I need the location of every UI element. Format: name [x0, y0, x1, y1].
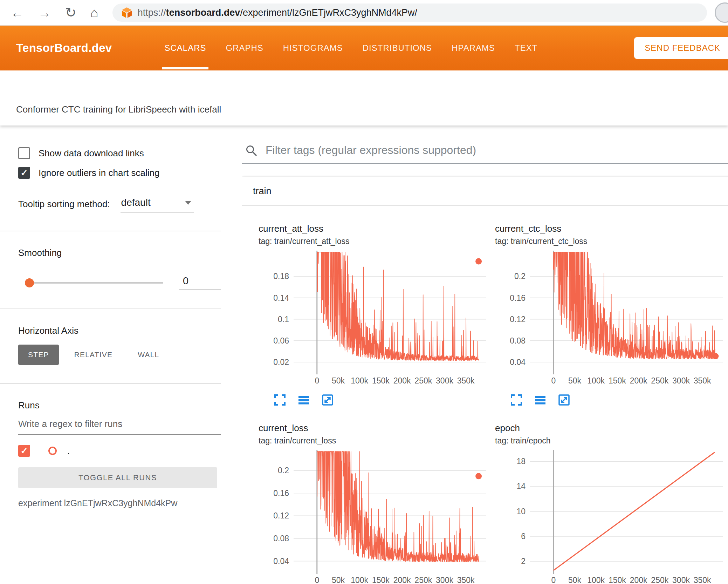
- divider: [0, 383, 221, 384]
- divider: [0, 308, 221, 309]
- svg-text:2: 2: [521, 557, 526, 566]
- svg-text:0: 0: [315, 576, 319, 584]
- svg-text:0.12: 0.12: [510, 315, 526, 324]
- svg-text:0.04: 0.04: [510, 358, 526, 367]
- tab-text[interactable]: TEXT: [515, 26, 537, 70]
- tooltip-sorting-label: Tooltip sorting method:: [18, 199, 110, 212]
- address-bar[interactable]: https://tensorboard.dev/experiment/lzGnE…: [112, 4, 707, 22]
- svg-text:18: 18: [516, 457, 526, 466]
- svg-text:0.1: 0.1: [278, 315, 289, 324]
- run-row: ✓ .: [18, 445, 221, 457]
- runs-list-icon[interactable]: [297, 393, 310, 407]
- svg-text:0.08: 0.08: [273, 534, 289, 543]
- svg-text:150k: 150k: [609, 576, 626, 584]
- toggle-all-runs-button[interactable]: TOGGLE ALL RUNS: [18, 467, 217, 488]
- svg-text:0.04: 0.04: [273, 557, 289, 566]
- ignore-outliers-checkbox[interactable]: ✓ Ignore outliers in chart scaling: [18, 167, 221, 179]
- chart-plot[interactable]: 0.020.060.10.140.18050k100k150k200k250k3…: [260, 249, 488, 386]
- svg-text:150k: 150k: [372, 576, 390, 584]
- svg-text:200k: 200k: [393, 376, 411, 385]
- tab-hparams[interactable]: HPARAMS: [452, 26, 495, 70]
- svg-text:50k: 50k: [332, 576, 345, 584]
- tab-graphs[interactable]: GRAPHS: [226, 26, 263, 70]
- runs-label: Runs: [18, 400, 221, 411]
- svg-text:100k: 100k: [351, 376, 368, 385]
- browser-window: ← → ↻ ⌂ https://tensorboard.dev/experime…: [0, 0, 728, 584]
- chart-actions: [273, 393, 488, 407]
- fit-domain-icon[interactable]: [321, 393, 334, 407]
- filter-tags-input[interactable]: [266, 144, 728, 157]
- url-text: https://tensorboard.dev/experiment/lzGnE…: [138, 7, 417, 18]
- reload-icon[interactable]: ↻: [65, 6, 76, 19]
- svg-text:100k: 100k: [587, 376, 605, 385]
- tab-distributions[interactable]: DISTRIBUTIONS: [363, 26, 432, 70]
- slider-thumb[interactable]: [25, 278, 34, 287]
- chart-current-ctc-loss: current_ctc_loss tag: train/current_ctc_…: [488, 218, 724, 407]
- svg-text:0.2: 0.2: [514, 272, 526, 281]
- svg-text:0.02: 0.02: [273, 358, 289, 367]
- svg-text:0: 0: [551, 376, 556, 385]
- svg-text:0: 0: [315, 376, 319, 385]
- home-icon[interactable]: ⌂: [90, 6, 98, 19]
- axis-step-button[interactable]: STEP: [18, 345, 59, 365]
- svg-text:6: 6: [521, 532, 526, 541]
- chart-epoch: epoch tag: train/epoch 26101418050k100k1…: [488, 417, 724, 584]
- svg-text:250k: 250k: [414, 376, 432, 385]
- tensorboard-favicon: [122, 7, 132, 18]
- search-icon: [245, 144, 257, 156]
- chart-tag: tag: train/current_att_loss: [259, 237, 488, 246]
- fullscreen-icon[interactable]: [273, 393, 287, 407]
- svg-text:250k: 250k: [651, 376, 668, 385]
- experiment-title-strip: Conformer CTC training for LibriSpeech w…: [0, 70, 728, 125]
- smoothing-value-input[interactable]: 0: [179, 275, 221, 290]
- chart-plot[interactable]: 0.040.080.120.160.2050k100k150k200k250k3…: [497, 249, 724, 386]
- svg-text:300k: 300k: [436, 576, 453, 584]
- svg-text:100k: 100k: [351, 576, 368, 584]
- avatar[interactable]: [715, 2, 728, 23]
- svg-text:200k: 200k: [393, 576, 411, 584]
- svg-text:350k: 350k: [457, 576, 475, 584]
- svg-text:100k: 100k: [587, 576, 605, 584]
- fullscreen-icon[interactable]: [510, 393, 523, 407]
- chart-title: current_ctc_loss: [495, 223, 724, 234]
- send-feedback-button[interactable]: SEND FEEDBACK: [634, 37, 728, 59]
- divider: [0, 231, 221, 231]
- tooltip-sorting-value: default: [121, 197, 151, 208]
- chart-current-loss: current_loss tag: train/current_loss 0.0…: [252, 417, 488, 584]
- run-color-swatch-icon: [48, 447, 57, 455]
- runs-filter-input[interactable]: [18, 415, 221, 435]
- tab-scalars[interactable]: SCALARS: [164, 26, 206, 70]
- forward-icon[interactable]: →: [38, 6, 51, 19]
- experiment-title: Conformer CTC training for LibriSpeech w…: [16, 104, 221, 115]
- run-checkbox-checked-icon[interactable]: ✓: [18, 445, 30, 457]
- settings-sidebar: Show data download links ✓ Ignore outlie…: [0, 125, 242, 584]
- chart-actions: [510, 393, 724, 407]
- run-name: .: [67, 446, 70, 456]
- chart-tag: tag: train/current_ctc_loss: [495, 237, 724, 246]
- show-download-links-checkbox[interactable]: Show data download links: [18, 147, 221, 159]
- scalars-main: train current_att_loss tag: train/curren…: [242, 125, 728, 584]
- svg-text:10: 10: [516, 507, 526, 516]
- svg-text:150k: 150k: [609, 376, 626, 385]
- chart-plot[interactable]: 0.040.080.120.160.2050k100k150k200k250k3…: [260, 448, 488, 584]
- fit-domain-icon[interactable]: [557, 393, 571, 407]
- charts-grid: current_att_loss tag: train/current_att_…: [242, 206, 728, 584]
- checkbox-checked-icon: ✓: [18, 167, 30, 179]
- runs-list-icon[interactable]: [534, 393, 547, 407]
- smoothing-slider[interactable]: [26, 282, 163, 284]
- back-icon[interactable]: ←: [11, 6, 24, 19]
- svg-text:14: 14: [516, 482, 526, 491]
- axis-wall-button[interactable]: WALL: [128, 345, 169, 365]
- svg-text:50k: 50k: [568, 576, 582, 584]
- svg-text:350k: 350k: [694, 376, 711, 385]
- axis-relative-button[interactable]: RELATIVE: [64, 345, 123, 365]
- chart-tag: tag: train/current_loss: [259, 436, 488, 446]
- svg-text:250k: 250k: [651, 576, 668, 584]
- svg-text:300k: 300k: [436, 376, 453, 385]
- run-group-title[interactable]: train: [242, 177, 728, 206]
- tooltip-sorting-select[interactable]: default: [121, 197, 194, 212]
- tab-histograms[interactable]: HISTOGRAMS: [283, 26, 343, 70]
- chart-title: current_att_loss: [259, 223, 488, 234]
- chart-plot[interactable]: 26101418050k100k150k200k250k300k350k: [497, 448, 724, 584]
- svg-text:250k: 250k: [414, 576, 432, 584]
